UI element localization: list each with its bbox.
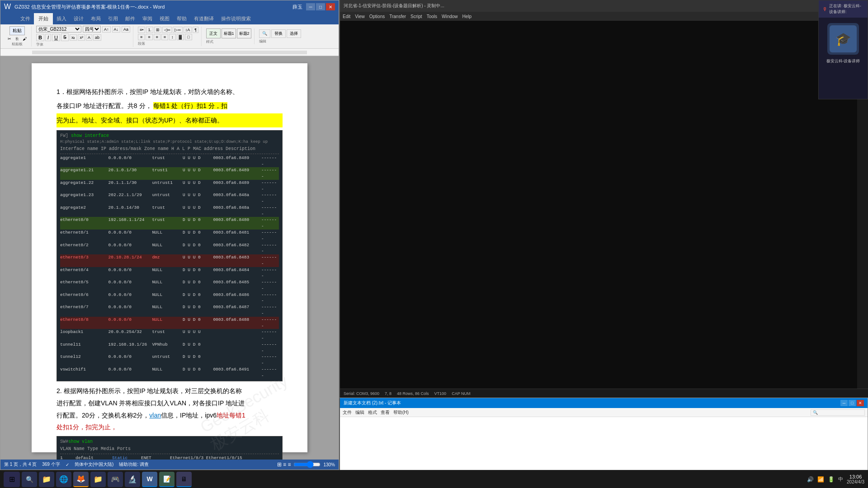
zoom-slider[interactable]: [293, 461, 321, 468]
para-row1: ≡• 1. ⊞ ◁═ ▷═ ↕A ¶: [138, 27, 198, 33]
np-menu-help[interactable]: 帮助(H): [393, 409, 409, 416]
font-color-btn[interactable]: A: [86, 34, 92, 41]
decrease-indent-btn[interactable]: ◁═: [162, 27, 172, 33]
taskbar-app-terminal[interactable]: 🖥: [176, 472, 192, 487]
shading-btn[interactable]: ▓: [177, 34, 184, 40]
align-left-btn[interactable]: ≡: [138, 34, 145, 40]
np-menu-edit[interactable]: 编辑: [355, 409, 364, 416]
word-title: GZ032 信息安全管理与评估赛项参考答案-模块1任务一-.docx - Wor…: [14, 4, 165, 10]
vlan-row-1: 1 default Static ENET Ethernet1/0/3 Ethe…: [60, 455, 279, 460]
np-menu-file[interactable]: 文件: [343, 409, 352, 416]
copy-btn[interactable]: ⎘: [14, 36, 20, 42]
taskbar-app-game[interactable]: 🎮: [108, 472, 123, 487]
menu-tools[interactable]: Tools: [427, 14, 437, 19]
minimize-button[interactable]: ─: [306, 3, 315, 10]
tab-search[interactable]: 操作说明搜索: [217, 13, 255, 24]
align-center-btn[interactable]: ≡: [146, 34, 152, 40]
tab-review[interactable]: 审阅: [139, 13, 156, 24]
select-btn[interactable]: 选择: [287, 29, 301, 38]
start-button[interactable]: ⊞: [4, 472, 20, 487]
multilevel-btn[interactable]: ⊞: [154, 27, 161, 33]
format-painter-btn[interactable]: 🖌: [21, 36, 28, 42]
np-maximize[interactable]: □: [849, 400, 856, 406]
np-menu-format[interactable]: 格式: [368, 409, 377, 416]
folder-icon: 📁: [42, 475, 51, 483]
notepad-title: 新建文本文档 (2).txt - 记事本: [344, 400, 401, 406]
replace-btn[interactable]: 替换: [271, 29, 286, 38]
clear-format-btn[interactable]: Aa: [122, 26, 130, 33]
menu-transfer[interactable]: Transfer: [389, 14, 406, 19]
taskbar-app-files[interactable]: 📁: [39, 472, 54, 487]
italic-btn[interactable]: I: [45, 34, 51, 41]
menu-view[interactable]: View: [355, 14, 365, 19]
tab-mail[interactable]: 邮件: [122, 13, 139, 24]
tab-help[interactable]: 帮助: [173, 13, 190, 24]
menu-script[interactable]: Script: [410, 14, 422, 19]
taskbar-app-lab[interactable]: 🔬: [125, 472, 140, 487]
cut-btn[interactable]: ✂: [6, 36, 13, 42]
tab-file[interactable]: 文件: [17, 13, 34, 24]
tab-home[interactable]: 开始: [34, 13, 53, 24]
font-name-select[interactable]: 仿宋_GB2312: [36, 26, 81, 33]
borders-btn[interactable]: □: [185, 34, 192, 40]
para2-red-text: 地址每错1: [217, 412, 245, 419]
tab-view[interactable]: 视图: [156, 13, 173, 24]
tab-references[interactable]: 引用: [104, 13, 122, 24]
tray-network[interactable]: 📶: [817, 476, 824, 483]
menu-edit[interactable]: Edit: [343, 14, 350, 19]
np-menu-view[interactable]: 查看: [381, 409, 390, 416]
sort-btn[interactable]: ↕A: [184, 27, 192, 33]
font-group: 仿宋_GB2312 四号 A↑ A↓ Aa B I U S̶ x₂ x² A a…: [33, 26, 133, 47]
taskbar-app-browser[interactable]: 🌐: [56, 472, 71, 487]
tab-design[interactable]: 设计: [70, 13, 87, 24]
menu-window[interactable]: Window: [442, 14, 458, 19]
tray-battery[interactable]: 🔋: [828, 476, 835, 483]
highlight-btn[interactable]: ab: [93, 34, 101, 41]
menu-help[interactable]: Help: [462, 14, 472, 19]
font-size-select[interactable]: 四号: [83, 26, 101, 33]
align-right-btn[interactable]: ≡: [154, 34, 160, 40]
search-button[interactable]: 🔍: [22, 472, 37, 487]
tray-sound[interactable]: 🔊: [807, 476, 814, 483]
doc-scroll-area[interactable]: GeekSecurity极安云科 1．根据网络拓扑图所示，按照IP 地址规划表，…: [0, 56, 339, 460]
style-h2[interactable]: 标题2: [237, 28, 251, 38]
maximize-button[interactable]: □: [316, 3, 325, 10]
np-close[interactable]: ✕: [857, 400, 864, 406]
bold-btn[interactable]: B: [36, 34, 44, 41]
tab-youdao[interactable]: 有道翻译: [190, 13, 217, 24]
lab-icon: 🔬: [128, 475, 137, 483]
para1-highlight-start: 每错1 处（行）扣1 分，扣: [153, 102, 227, 109]
increase-indent-btn[interactable]: ▷═: [173, 27, 182, 33]
tab-insert[interactable]: 插入: [53, 13, 70, 24]
paste-btn[interactable]: 粘贴: [9, 26, 25, 35]
terminal-output[interactable]: [340, 21, 857, 389]
justify-btn[interactable]: ≡: [161, 34, 168, 40]
np-minimize[interactable]: ─: [840, 400, 848, 406]
superscript-btn[interactable]: x²: [78, 34, 85, 41]
word-statusbar: 第 1 页，共 4 页 369 个字 ✓ 简体中文(中国大陆) 辅助功能: 调查…: [0, 460, 339, 469]
find-btn[interactable]: 🔍: [259, 29, 270, 38]
taskbar-app-firefox[interactable]: 🦊: [73, 472, 89, 487]
style-h1[interactable]: 标题1: [222, 28, 236, 38]
line-spacing-btn[interactable]: ↕: [169, 34, 176, 40]
font-grow-btn[interactable]: A↑: [102, 26, 111, 33]
para-row2: ≡ ≡ ≡ ≡ ↕ ▓ □: [138, 34, 198, 40]
iface-eth03: ethernet0/3 20.10.28.1/24 dmz U U U 0 00…: [60, 254, 279, 267]
strikethrough-btn[interactable]: S̶: [61, 33, 69, 41]
tab-layout[interactable]: 布局: [87, 13, 104, 24]
tray-ime[interactable]: 中: [838, 476, 843, 483]
show-marks-btn[interactable]: ¶: [193, 27, 198, 33]
bullets-btn[interactable]: ≡•: [138, 27, 145, 33]
iface-eth00: ethernet0/0 192.168.1.1/24 trust D U D 0…: [60, 217, 279, 230]
chat-header: 🎙 正在讲: 极安云科-设备讲师:: [819, 0, 868, 18]
taskbar-app-notepad[interactable]: 📝: [159, 472, 175, 487]
subscript-btn[interactable]: x₂: [70, 34, 77, 41]
underline-btn[interactable]: U: [52, 34, 60, 41]
style-normal[interactable]: 正文: [206, 28, 221, 38]
taskbar-app-folder2[interactable]: 📁: [90, 472, 106, 487]
menu-options[interactable]: Options: [369, 14, 385, 19]
taskbar-app-word[interactable]: W: [142, 472, 157, 487]
numbering-btn[interactable]: 1.: [146, 27, 153, 33]
close-button[interactable]: ✕: [326, 3, 335, 10]
font-shrink-btn[interactable]: A↓: [112, 26, 121, 33]
